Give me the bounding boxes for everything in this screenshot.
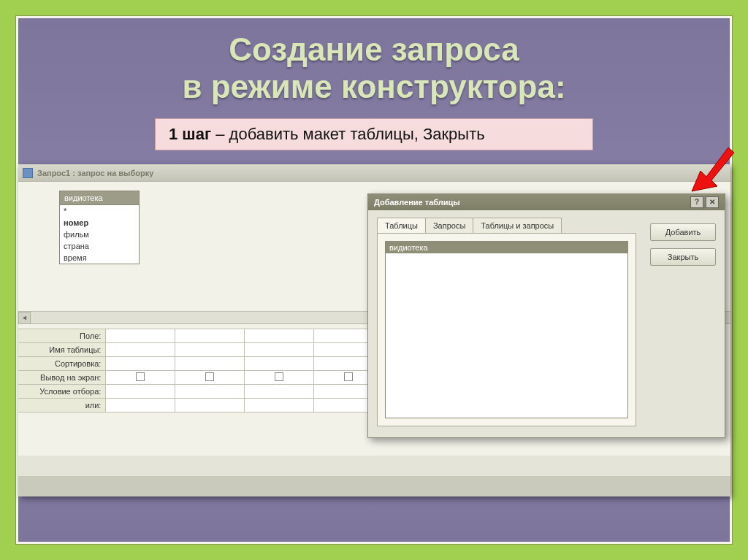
grid-label-table: Имя таблицы: — [18, 343, 106, 357]
title-line-1: Создание запроса — [18, 31, 730, 69]
help-button-icon[interactable]: ? — [690, 196, 703, 208]
grid-cell[interactable] — [175, 385, 245, 399]
instruction-text: – добавить макет таблицы, Закрыть — [211, 125, 485, 143]
title-line-2: в режиме конструктора: — [18, 69, 730, 106]
checkbox-icon[interactable] — [344, 372, 353, 381]
add-button[interactable]: Добавить — [650, 223, 716, 241]
dialog-titlebar[interactable]: Добавление таблицы ? ✕ — [368, 194, 725, 210]
grid-cell[interactable] — [106, 329, 175, 343]
grid-cell[interactable] — [245, 385, 314, 399]
instruction-bold: 1 шаг — [169, 125, 211, 143]
scroll-left-icon[interactable]: ◄ — [18, 312, 31, 324]
dialog-title: Добавление таблицы — [374, 198, 460, 207]
instruction-box: 1 шаг – добавить макет таблицы, Закрыть — [155, 118, 593, 150]
grid-cell[interactable] — [245, 329, 314, 343]
window-bottom-strip — [18, 476, 730, 496]
field-film[interactable]: фильм — [60, 229, 139, 240]
grid-cell[interactable] — [175, 343, 245, 357]
field-vremya[interactable]: время — [60, 252, 139, 264]
slide-title: Создание запроса в режиме конструктора: — [18, 31, 730, 105]
grid-label-criteria: Условие отбора: — [18, 385, 106, 399]
grid-cell[interactable] — [106, 357, 175, 371]
close-button[interactable]: Закрыть — [650, 248, 716, 266]
grid-cell[interactable] — [175, 399, 245, 413]
grid-checkbox-cell[interactable] — [106, 371, 175, 385]
dialog-tab-content: видиотека — [377, 233, 636, 426]
grid-cell[interactable] — [175, 357, 245, 371]
tables-listbox[interactable]: видиотека — [385, 241, 628, 418]
pointer-arrow-icon — [684, 144, 736, 195]
list-item-selected[interactable]: видиотека — [386, 242, 627, 253]
dialog-titlebar-buttons: ? ✕ — [690, 196, 719, 208]
field-strana[interactable]: страна — [60, 240, 139, 252]
grid-cell[interactable] — [106, 343, 175, 357]
table-box-header: видиотека — [59, 191, 140, 205]
svg-marker-0 — [692, 147, 734, 191]
add-table-dialog: Добавление таблицы ? ✕ Таблицы Запросы Т… — [367, 193, 725, 438]
table-field-list[interactable]: * номер фильм страна время — [59, 205, 140, 264]
grid-label-show: Вывод на экран: — [18, 371, 106, 385]
query-designer-window: Запрос1 : запрос на выборку видиотека * … — [18, 164, 730, 496]
dialog-action-buttons: Добавить Закрыть — [650, 223, 716, 266]
grid-label-sort: Сортировка: — [18, 357, 106, 371]
window-title: Запрос1 : запрос на выборку — [37, 169, 153, 177]
field-nomer[interactable]: номер — [60, 217, 139, 229]
checkbox-icon[interactable] — [136, 372, 145, 381]
close-icon[interactable]: ✕ — [706, 196, 719, 208]
grid-cell[interactable] — [245, 343, 314, 357]
checkbox-icon[interactable] — [205, 372, 214, 381]
window-icon — [23, 168, 33, 178]
grid-label-field: Поле: — [18, 329, 106, 343]
grid-checkbox-cell[interactable] — [245, 371, 314, 385]
tab-both[interactable]: Таблицы и запросы — [473, 218, 562, 233]
grid-cell[interactable] — [245, 399, 314, 413]
grid-cell[interactable] — [245, 357, 314, 371]
window-titlebar[interactable]: Запрос1 : запрос на выборку — [18, 164, 730, 182]
slide-frame: Создание запроса в режиме конструктора: … — [16, 16, 732, 544]
grid-cell[interactable] — [175, 329, 245, 343]
tab-queries[interactable]: Запросы — [425, 218, 473, 233]
table-source-box[interactable]: видиотека * номер фильм страна время — [59, 191, 140, 264]
tab-tables[interactable]: Таблицы — [377, 218, 426, 233]
query-grid[interactable]: Поле: Имя таблицы: Сортировка: — [18, 329, 383, 413]
grid-cell[interactable] — [106, 385, 175, 399]
field-star[interactable]: * — [60, 205, 139, 217]
grid-label-or: или: — [18, 399, 106, 413]
grid-checkbox-cell[interactable] — [175, 371, 245, 385]
grid-cell[interactable] — [106, 399, 175, 413]
checkbox-icon[interactable] — [275, 372, 283, 381]
